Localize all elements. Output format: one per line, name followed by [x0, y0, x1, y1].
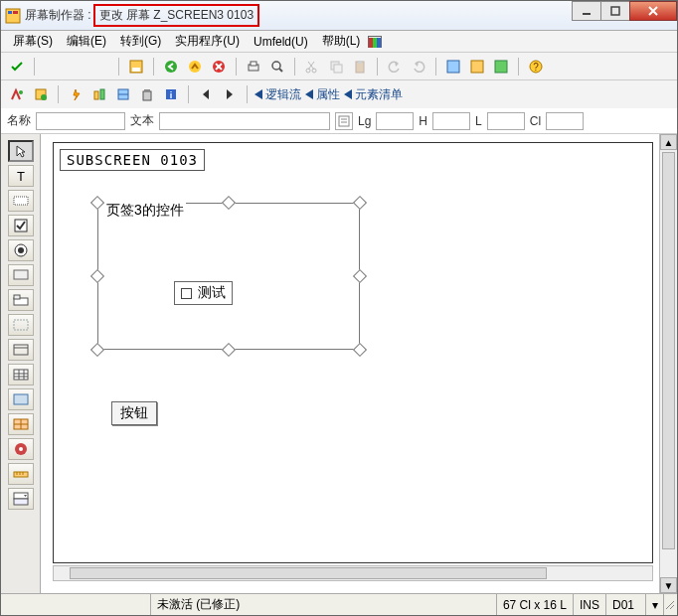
svg-line-74 [670, 605, 674, 609]
check-icon[interactable] [7, 57, 27, 77]
tab-tool-icon[interactable] [8, 289, 34, 311]
close-button[interactable] [629, 1, 677, 21]
menu-edit[interactable]: 编辑(E) [61, 31, 112, 52]
separator [294, 58, 295, 76]
horizontal-scrollbar[interactable] [53, 565, 653, 581]
menu-utilities[interactable]: 实用程序(U) [169, 31, 246, 52]
separator [247, 85, 248, 103]
resize-handle-nw-icon[interactable] [90, 196, 104, 210]
prev-icon[interactable] [196, 84, 216, 104]
pointer-tool-icon[interactable] [8, 140, 34, 162]
menu-screen[interactable]: 屏幕(S) [7, 31, 59, 52]
vertical-scrollbar[interactable]: ▲ ▼ [659, 134, 677, 593]
vscroll-thumb[interactable] [662, 152, 675, 549]
nav-icon-2[interactable] [31, 84, 51, 104]
layout2-icon[interactable] [467, 57, 487, 77]
checkbox-tool-icon[interactable] [8, 215, 34, 236]
status-doc: D01 [605, 594, 645, 615]
nav-attributes[interactable]: 属性 [305, 86, 340, 103]
svg-text:?: ? [533, 62, 539, 73]
table-tool-icon[interactable] [8, 364, 34, 385]
l-input[interactable] [487, 112, 525, 130]
text-input[interactable] [159, 112, 330, 130]
button-control[interactable]: 按钮 [111, 401, 157, 425]
checkbox-control[interactable]: 测试 [174, 281, 233, 305]
subscreen-tool-icon[interactable] [8, 339, 34, 361]
resize-handle-n-icon[interactable] [222, 196, 236, 210]
back-icon[interactable] [161, 57, 181, 77]
layout3-icon[interactable] [491, 57, 511, 77]
dropdown-tool-icon[interactable] [8, 488, 34, 510]
property-bar: 名称 文本 Lg H L Cl [1, 108, 677, 134]
scroll-down-icon[interactable]: ▼ [660, 577, 677, 593]
copy-icon[interactable] [326, 57, 346, 77]
undo-icon[interactable] [385, 57, 405, 77]
up-icon[interactable] [185, 57, 205, 77]
name-input[interactable] [36, 112, 125, 130]
activate-icon[interactable] [66, 84, 85, 104]
layout1-icon[interactable] [443, 57, 463, 77]
menu-help[interactable]: 帮助(L) [316, 31, 367, 52]
cut-icon[interactable] [302, 57, 322, 77]
svg-rect-52 [14, 295, 20, 299]
nav-icon-5[interactable] [113, 84, 133, 104]
resize-handle-ne-icon[interactable] [353, 196, 367, 210]
input-tool-icon[interactable] [8, 190, 34, 212]
svg-point-9 [165, 61, 177, 73]
grid-tool-icon[interactable] [8, 413, 34, 435]
main-toolbar: ? [1, 53, 677, 80]
status-menu-icon[interactable]: ▾ [645, 594, 663, 615]
svg-text:i: i [170, 90, 173, 100]
resize-grip-icon[interactable] [663, 594, 677, 615]
scroll-up-icon[interactable]: ▲ [660, 134, 677, 150]
h-label: H [419, 114, 427, 128]
button-tool-icon[interactable] [8, 264, 34, 286]
canvas-frame[interactable]: SUBSCREEN 0103 页签3的控件 测试 按钮 [53, 142, 653, 563]
separator [153, 58, 154, 76]
status-tool-icon[interactable] [8, 438, 34, 460]
print-icon[interactable] [244, 57, 263, 77]
cancel-icon[interactable] [209, 57, 229, 77]
svg-rect-42 [339, 116, 349, 126]
color-palette-icon[interactable] [368, 36, 382, 48]
nav-icon-4[interactable] [89, 84, 109, 104]
svg-line-73 [666, 601, 674, 609]
groupbox-selected[interactable]: 页签3的控件 测试 [97, 203, 360, 350]
delete-icon[interactable] [137, 84, 157, 104]
h-input[interactable] [432, 112, 470, 130]
svg-rect-67 [14, 472, 28, 477]
svg-point-66 [19, 447, 23, 451]
resize-handle-sw-icon[interactable] [90, 343, 104, 357]
next-icon[interactable] [220, 84, 240, 104]
find-icon[interactable] [267, 57, 287, 77]
hscroll-thumb[interactable] [70, 567, 547, 579]
custom-tool-icon[interactable] [8, 388, 34, 410]
text-tool-icon[interactable]: T [8, 165, 34, 187]
menu-umfeld[interactable]: Umfeld(U) [248, 33, 314, 51]
nav-element-list[interactable]: 元素清单 [344, 86, 403, 103]
nav-icon-1[interactable] [7, 84, 27, 104]
svg-rect-38 [143, 91, 151, 100]
box-tool-icon[interactable] [8, 314, 34, 336]
maximize-button[interactable] [600, 1, 630, 21]
text-picker-icon[interactable] [335, 112, 353, 130]
resize-handle-s-icon[interactable] [222, 343, 236, 357]
minimize-button[interactable] [572, 1, 601, 21]
resize-handle-se-icon[interactable] [353, 343, 367, 357]
radio-tool-icon[interactable] [8, 239, 34, 261]
lg-input[interactable] [376, 112, 414, 130]
svg-rect-4 [611, 7, 619, 15]
save-icon[interactable] [126, 57, 146, 77]
cl-input[interactable] [546, 112, 584, 130]
paste-icon[interactable] [350, 57, 370, 77]
help-icon[interactable]: ? [526, 57, 546, 77]
ruler-tool-icon[interactable] [8, 463, 34, 485]
test-icon[interactable]: i [161, 84, 181, 104]
svg-point-33 [41, 94, 47, 100]
svg-point-49 [18, 247, 24, 253]
redo-icon[interactable] [409, 57, 428, 77]
resize-handle-e-icon[interactable] [353, 269, 367, 283]
nav-logic-flow[interactable]: 逻辑流 [254, 86, 301, 103]
menu-goto[interactable]: 转到(G) [114, 31, 167, 52]
resize-handle-w-icon[interactable] [90, 269, 104, 283]
